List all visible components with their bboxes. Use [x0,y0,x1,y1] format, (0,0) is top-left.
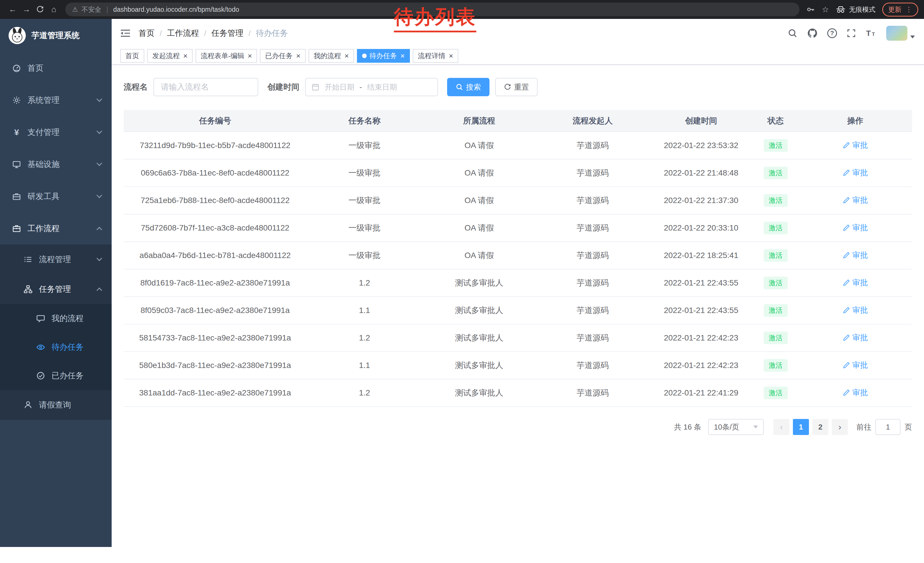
sidebar-item-devtools[interactable]: 研发工具 [0,180,112,213]
browser-update-button[interactable]: 更新 ⋮ [882,3,918,17]
dashboard-icon [12,63,22,73]
address-bar[interactable]: ⚠ 不安全 | dashboard.yudao.iocoder.cn/bpm/t… [65,3,800,17]
search-icon[interactable] [788,29,798,38]
cell-process: OA 请假 [423,242,536,269]
browser-home-button[interactable]: ⌂ [47,3,61,17]
sidebar-item-infrastructure[interactable]: 基础设施 [0,148,112,180]
tab-close-icon[interactable]: × [296,52,300,60]
search-button[interactable]: 搜索 [447,78,489,96]
sidebar-item-process-management[interactable]: 流程管理 [0,245,112,274]
tab-首页[interactable]: 首页 [120,49,144,63]
page-button-2[interactable]: 2 [812,419,828,435]
sidebar-item-label: 请假查询 [39,399,71,410]
cell-status: 激活 [753,214,799,242]
tab-发起流程[interactable]: 发起流程 × [147,49,193,63]
cell-starter: 芋道源码 [536,379,650,407]
browser-forward-button[interactable]: → [20,3,33,17]
approve-link[interactable]: 审批 [843,332,868,343]
next-page-button[interactable]: › [832,419,848,435]
incognito-badge: 无痕模式 [836,5,875,14]
edit-icon [843,389,850,396]
table-row: a6aba0a4-7b6d-11ec-b781-acde48001122 一级审… [124,242,912,269]
prev-page-button[interactable]: ‹ [773,419,789,435]
total-count: 共 16 条 [674,422,701,432]
col-process: 所属流程 [423,110,536,132]
gear-icon [12,96,22,105]
tab-流程表单-编辑[interactable]: 流程表单-编辑 × [195,49,257,63]
approve-link[interactable]: 审批 [843,278,868,288]
search-icon [456,83,463,91]
tab-label: 已办任务 [265,51,292,60]
approve-link-label: 审批 [852,360,868,370]
tab-close-icon[interactable]: × [183,52,188,60]
date-range-picker[interactable]: 开始日期 - 结束日期 [305,78,438,96]
approve-link[interactable]: 审批 [843,305,868,315]
approve-link[interactable]: 审批 [843,222,868,233]
tab-close-icon[interactable]: × [400,52,405,60]
browser-actions: ☆ 无痕模式 更新 ⋮ [804,3,918,17]
fullscreen-icon[interactable] [847,29,856,38]
breadcrumb-task-management[interactable]: 任务管理 [211,28,243,39]
user-avatar[interactable] [886,26,915,41]
tab-我的流程[interactable]: 我的流程 × [309,49,354,63]
task-table-body: 73211d9d-7b9b-11ec-b5b7-acde48001122 一级审… [124,132,912,407]
page-size-select[interactable]: 10条/页 [708,419,764,435]
sidebar-item-done-tasks[interactable]: 已办任务 [0,362,112,390]
sidebar-item-task-management[interactable]: 任务管理 [0,274,112,304]
cell-task-id: 73211d9d-7b9b-11ec-b5b7-acde48001122 [124,132,307,159]
cell-task-name: 1.2 [307,379,423,407]
cell-actions: 审批 [798,132,912,159]
process-name-input[interactable] [153,78,258,96]
tab-待办任务[interactable]: 待办任务 × [357,49,410,63]
sidebar-item-my-processes[interactable]: 我的流程 [0,304,112,333]
briefcase-icon [12,224,22,233]
sidebar-collapse-icon[interactable] [120,29,130,38]
approve-link[interactable]: 审批 [843,195,868,205]
browser-menu-icon[interactable]: ⋮ [905,6,912,14]
approve-link-label: 审批 [852,250,868,260]
breadcrumb-home[interactable]: 首页 [138,28,154,39]
tab-已办任务[interactable]: 已办任务 × [260,49,305,63]
refresh-icon [36,6,44,14]
approve-link[interactable]: 审批 [843,360,868,370]
browser-refresh-button[interactable] [33,3,47,17]
sidebar-item-todo-tasks[interactable]: 待办任务 [0,333,112,362]
github-icon[interactable] [807,28,818,38]
cell-task-id: 580e1b3d-7ac8-11ec-a9e2-a2380e71991a [124,352,307,379]
sidebar-item-label: 待办任务 [51,342,84,353]
app: 芋道管理系统 首页 系统管理 ¥ 支付管理 [0,19,924,547]
tab-close-icon[interactable]: × [449,52,453,60]
tab-close-icon[interactable]: × [345,52,349,60]
edit-icon [843,306,850,314]
security-label[interactable]: 不安全 [82,5,101,14]
cell-task-name: 一级审批 [307,242,423,269]
sidebar-item-leave-query[interactable]: 请假查询 [0,390,112,420]
filter-row: 流程名 创建时间 开始日期 - 结束日期 搜索 重 [124,78,912,96]
help-icon[interactable]: ? [827,29,837,38]
browser-back-button[interactable]: ← [6,3,20,17]
password-key-icon[interactable] [806,5,815,14]
sidebar-item-payment[interactable]: ¥ 支付管理 [0,116,112,148]
hierarchy-icon [23,285,33,294]
approve-link[interactable]: 审批 [843,250,868,260]
approve-link[interactable]: 审批 [843,168,868,178]
reset-button[interactable]: 重置 [495,78,538,96]
chevron-down-icon [753,426,758,428]
sidebar-item-label: 系统管理 [27,95,60,106]
font-size-icon[interactable]: TT [866,29,876,38]
page-button-1[interactable]: 1 [793,419,809,435]
tab-close-icon[interactable]: × [248,52,252,60]
sidebar-item-home[interactable]: 首页 [0,52,112,84]
breadcrumb-workflow[interactable]: 工作流程 [167,28,199,39]
chevron-down-icon [96,255,102,261]
cell-starter: 芋道源码 [536,132,650,159]
approve-link[interactable]: 审批 [843,140,868,150]
status-badge: 激活 [764,387,788,399]
sidebar-item-system[interactable]: 系统管理 [0,84,112,116]
cell-task-name: 一级审批 [307,187,423,214]
tab-流程详情[interactable]: 流程详情 × [413,49,458,63]
goto-page-input[interactable] [875,419,900,435]
bookmark-star-icon[interactable]: ☆ [822,5,829,14]
sidebar-item-workflow[interactable]: 工作流程 [0,213,112,245]
approve-link[interactable]: 审批 [843,387,868,398]
